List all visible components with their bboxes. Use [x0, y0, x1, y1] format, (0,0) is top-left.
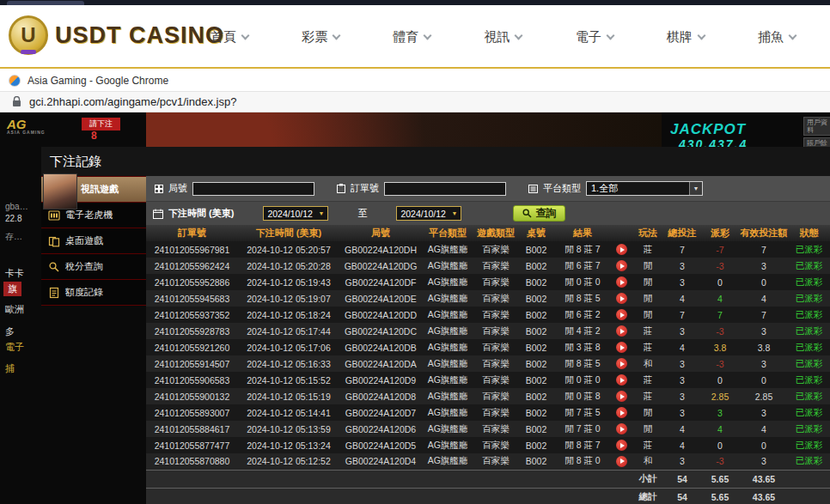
cell-play-type: 閒 [632, 404, 664, 421]
replay-play-icon[interactable] [616, 309, 627, 320]
cell-game-type: 百家樂 [473, 437, 518, 453]
nav-item-live[interactable]: 視訊 [484, 29, 522, 46]
replay-play-icon[interactable] [616, 358, 627, 369]
chevron-down-icon [333, 31, 341, 39]
cell-replay [611, 421, 632, 437]
cell-bet-time: 2024-10-12 05:19:07 [238, 290, 339, 307]
cell-play-type: 閒 [632, 290, 664, 307]
table-row: 241012055884617 2024-10-12 05:13:59 GB00… [146, 421, 830, 437]
date-from-value: 2024/10/12 [267, 209, 313, 219]
hall-menu-fragment[interactable]: 旗 [3, 282, 21, 296]
cell-payout: -7 [700, 241, 740, 258]
nav-item-home[interactable]: 首頁 [211, 29, 248, 46]
ag-lobby-logo: AGASIA GAMING [7, 118, 46, 135]
cell-bet-time: 2024-10-12 05:13:59 [238, 421, 339, 437]
cell-platform-type: AG旗艦廳 [422, 258, 473, 274]
subtotal-spacer [146, 470, 632, 488]
table-row: 241012055900132 2024-10-12 05:15:19 GB00… [146, 388, 830, 404]
cell-valid-bet: 0 [740, 274, 788, 290]
replay-play-icon[interactable] [616, 391, 627, 402]
list-icon [528, 185, 538, 193]
cell-game-type: 百家樂 [473, 258, 518, 274]
cell-total-bet: 4 [664, 437, 700, 453]
cell-platform-type: AG旗艦廳 [422, 421, 473, 437]
replay-play-icon[interactable] [616, 407, 627, 418]
grid-icon [155, 185, 163, 193]
chevron-down-icon [788, 31, 796, 39]
cell-bet-time: 2024-10-12 05:20:28 [238, 258, 339, 274]
hall-menu-fragment[interactable]: 歐洲 [5, 303, 24, 316]
cell-play-type: 和 [632, 453, 664, 470]
hall-menu-fragment[interactable]: 卡卡 [5, 267, 24, 280]
total-row: 總計 54 5.65 43.65 [146, 488, 830, 504]
replay-play-icon[interactable] [616, 325, 627, 337]
nav-label: 體育 [393, 29, 418, 46]
cell-status: 已派彩 [788, 258, 830, 274]
cell-order-no: 241012055900132 [146, 388, 238, 404]
cell-payout: 2.85 [700, 388, 740, 404]
replay-play-icon[interactable] [616, 276, 627, 288]
cell-table-no: B002 [518, 241, 554, 258]
cell-total-bet: 3 [664, 323, 700, 339]
nav-item-slots[interactable]: 電子 [576, 29, 613, 46]
cell-play-type: 閒 [632, 258, 664, 274]
document-icon [48, 287, 60, 299]
replay-play-icon[interactable] [616, 293, 627, 304]
hall-menu-fragment[interactable]: 捕 [5, 362, 15, 375]
bet-table-header-row: 訂單號下注時間 (美東)局號平台類型遊戲類型桌號結果玩法總投注派彩有效投注額狀態 [146, 225, 830, 241]
cell-round-no: GB00224A120D7 [339, 404, 422, 421]
summary-body: 小計 54 5.65 43.65 總計 54 5.65 [146, 470, 830, 504]
hall-menu-fragment[interactable]: 電子 [5, 341, 24, 354]
bet-records-table: 訂單號下注時間 (美東)局號平台類型遊戲類型桌號結果玩法總投注派彩有效投注額狀態… [146, 225, 830, 504]
column-header [611, 225, 632, 241]
cell-platform-type: AG旗艦廳 [422, 339, 473, 355]
cell-result: 閒 8 莊 5 [554, 355, 611, 372]
sidebar-item-credit-records[interactable]: 額度記錄 [41, 280, 146, 306]
sidebar-item-table-games[interactable]: 桌面遊戲 [41, 228, 146, 254]
popup-address-bar[interactable]: gci.2hhapi.com/agingame/pcv1/index.jsp? [0, 92, 830, 112]
popup-titlebar[interactable]: Asia Gaming - Google Chrome [0, 70, 830, 92]
nav-item-sports[interactable]: 體育 [393, 29, 430, 46]
filters-bar: 局號 訂單號 平台類型 1.全部 ▼ [146, 176, 830, 225]
bet-countdown: 8 [91, 130, 97, 142]
cell-table-no: B002 [518, 258, 554, 274]
cell-table-no: B002 [518, 372, 554, 388]
deposit-fragment[interactable]: 存… [5, 231, 22, 243]
round-no-input[interactable] [192, 182, 314, 196]
cell-valid-bet: 4 [740, 421, 788, 437]
total-bet: 54 [664, 488, 700, 504]
column-header: 有效投注額 [740, 225, 788, 241]
replay-play-icon[interactable] [616, 244, 627, 255]
replay-play-icon[interactable] [616, 260, 627, 271]
tab-user-info[interactable]: 用戶資料 [803, 117, 830, 136]
cell-play-type: 閒 [632, 274, 664, 290]
replay-play-icon[interactable] [616, 456, 627, 467]
cell-total-bet: 3 [664, 388, 700, 404]
casino-logo-icon: U [9, 15, 48, 55]
replay-play-icon[interactable] [616, 423, 627, 434]
nav-item-fishing[interactable]: 捕魚 [758, 29, 796, 46]
cell-bet-time: 2024-10-12 05:18:24 [238, 307, 339, 323]
table-row: 241012055967981 2024-10-12 05:20:57 GB00… [146, 241, 830, 258]
total-label: 總計 [632, 488, 664, 504]
platform-type-select[interactable]: 1.全部 ▼ [586, 181, 703, 196]
order-no-input[interactable] [384, 182, 506, 196]
subtotal-bet: 54 [664, 470, 700, 488]
hall-menu-fragment[interactable]: 多 [5, 325, 15, 338]
cell-round-no: GB00224A120DD [339, 307, 422, 323]
date-to-picker[interactable]: 2024/10/12 ▼ [396, 206, 461, 221]
cell-status: 已派彩 [788, 323, 830, 339]
table-row: 241012055937352 2024-10-12 05:18:24 GB00… [146, 307, 830, 323]
replay-play-icon[interactable] [616, 374, 627, 386]
casino-logo[interactable]: U USDT CASINO [9, 15, 224, 55]
search-button[interactable]: 查詢 [513, 205, 565, 222]
replay-play-icon[interactable] [616, 342, 627, 353]
date-from-picker[interactable]: 2024/10/12 ▼ [263, 206, 328, 221]
url-text: gci.2hhapi.com/agingame/pcv1/index.jsp? [29, 95, 236, 108]
nav-item-boardgames[interactable]: 棋牌 [667, 29, 705, 46]
cell-platform-type: AG旗艦廳 [422, 388, 473, 404]
sidebar-item-score-query[interactable]: 稅分查詢 [41, 254, 146, 280]
replay-play-icon[interactable] [616, 440, 627, 451]
cell-game-type: 百家樂 [473, 290, 518, 307]
nav-item-lottery[interactable]: 彩票 [302, 29, 339, 46]
